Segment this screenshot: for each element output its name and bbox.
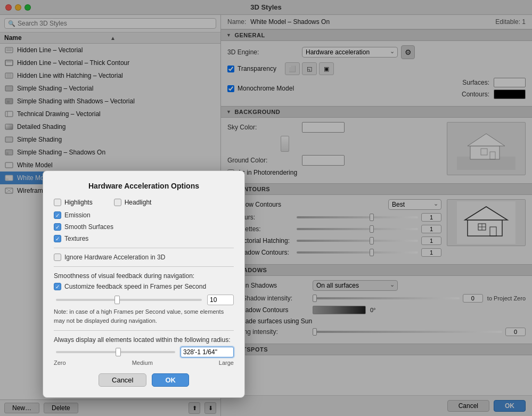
radius-slider-row — [54, 347, 234, 357]
emission-label: Emission — [64, 211, 91, 219]
ignore-hw-checkbox[interactable] — [54, 254, 61, 261]
ignore-hw-label: Ignore Hardware Acceleration in 3D — [64, 254, 165, 261]
modal-overlay: Hardware Acceleration Options Highlights… — [0, 0, 532, 416]
divider-2 — [54, 266, 234, 267]
customize-row: ✓ Customize feedback speed in Frames per… — [54, 283, 234, 290]
divider-3 — [54, 330, 234, 331]
modal-top-row: Highlights Headlight — [54, 199, 234, 206]
smooth-surfaces-checkbox[interactable]: ✓ — [54, 223, 61, 231]
customize-label: Customize feedback speed in Frames per S… — [64, 283, 206, 290]
highlights-col: Highlights — [54, 199, 93, 206]
fps-input[interactable] — [207, 295, 234, 305]
divider-1 — [54, 248, 234, 248]
textures-label: Textures — [64, 235, 88, 242]
highlights-checkbox[interactable] — [54, 199, 61, 206]
headlight-label: Headlight — [125, 199, 152, 206]
fps-slider-row — [54, 295, 234, 305]
radius-title: Always display all elements located with… — [54, 336, 234, 344]
emission-row: ✓ Emission — [54, 211, 234, 219]
modal-title: Hardware Acceleration Options — [54, 182, 234, 190]
customize-checkbox[interactable]: ✓ — [54, 283, 61, 290]
ignore-hw-row: Ignore Hardware Acceleration in 3D — [54, 254, 234, 261]
smooth-surfaces-label: Smooth Surfaces — [64, 223, 113, 231]
smoothness-title: Smoothness of visual feedback during nav… — [54, 272, 234, 280]
smooth-surfaces-row: ✓ Smooth Surfaces — [54, 223, 234, 231]
modal-buttons: Cancel OK — [54, 373, 234, 387]
headlight-checkbox[interactable] — [114, 199, 121, 206]
radius-slider-track[interactable] — [56, 351, 175, 353]
hardware-acceleration-modal: Hardware Acceleration Options Highlights… — [43, 170, 245, 398]
radius-zero-label: Zero — [54, 360, 66, 366]
headlight-col: Headlight — [114, 199, 152, 206]
radius-large-label: Large — [219, 360, 234, 366]
textures-checkbox[interactable]: ✓ — [54, 235, 61, 242]
radius-medium-label: Medium — [132, 360, 153, 366]
emission-checkbox[interactable]: ✓ — [54, 211, 61, 219]
radius-labels: Zero Medium Large — [54, 360, 234, 366]
modal-cancel-button[interactable]: Cancel — [99, 373, 146, 387]
textures-row: ✓ Textures — [54, 235, 234, 242]
highlights-label: Highlights — [64, 199, 93, 206]
modal-ok-button[interactable]: OK — [152, 373, 189, 387]
radius-input[interactable] — [181, 347, 234, 357]
fps-slider-track[interactable] — [56, 299, 202, 301]
modal-note: Note: in case of a high Frames per Secon… — [54, 307, 234, 325]
